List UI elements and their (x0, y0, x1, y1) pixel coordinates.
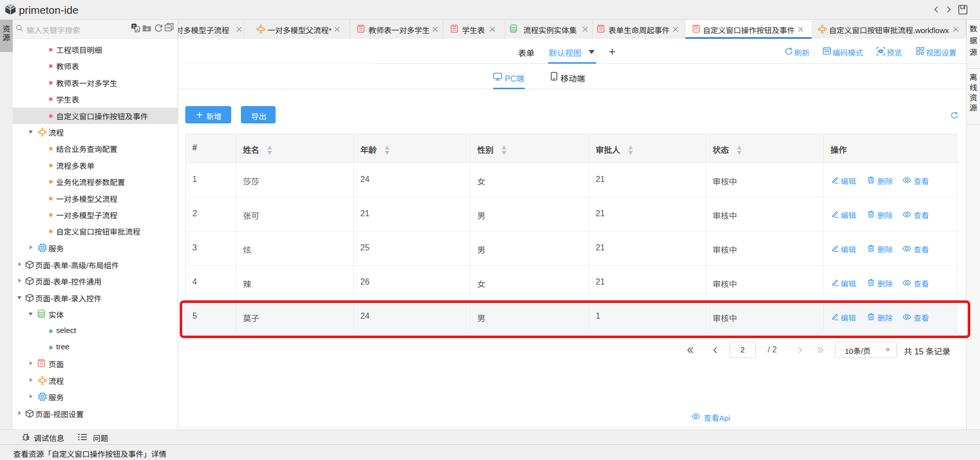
svg-text:A: A (136, 28, 139, 32)
